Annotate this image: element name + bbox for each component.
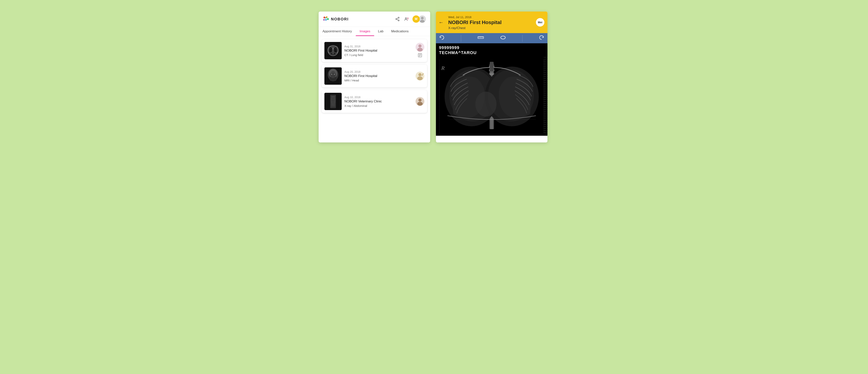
avatar-group: M: [412, 15, 426, 23]
card-info-3: Aug 10, 2018 NOBORI Veterinary Clinic X-…: [344, 96, 413, 107]
svg-point-20: [334, 46, 338, 53]
svg-point-5: [326, 17, 327, 19]
image-list: Aug 31, 2018 NOBORI First Hospital CT / …: [319, 36, 430, 116]
card-hospital-1: NOBORI First Hospital: [344, 49, 413, 53]
card-info-2: Aug 20, 2018 NOBORI First Hospital MRI /…: [344, 70, 413, 82]
svg-point-21: [332, 46, 334, 55]
svg-point-4: [323, 19, 325, 21]
back-button[interactable]: ←: [439, 20, 444, 25]
rotate-right-button[interactable]: [538, 35, 545, 42]
svg-point-8: [398, 20, 399, 21]
avatar-m[interactable]: M: [412, 16, 420, 23]
tab-lab[interactable]: Lab: [374, 27, 387, 36]
note-icon-1[interactable]: [418, 53, 422, 59]
rotate-left-button[interactable]: [439, 35, 445, 42]
xray-date: Wed, Jul 11, 2018: [448, 16, 532, 19]
svg-point-3: [325, 19, 327, 21]
header-avatar[interactable]: Mei: [536, 18, 545, 27]
logo-area: NOBORI: [322, 16, 349, 23]
tab-images[interactable]: Images: [356, 27, 374, 36]
xray-image-area[interactable]: R: [436, 57, 548, 136]
xray-toolbar: [436, 33, 548, 43]
ruler-side: [544, 57, 548, 136]
xray-type: X-ray/Chest: [448, 26, 532, 30]
right-panel: ← Wed, Jul 11, 2018 NOBORI First Hospita…: [436, 11, 548, 142]
svg-point-35: [334, 74, 335, 75]
svg-point-38: [417, 77, 423, 80]
svg-point-7: [396, 19, 397, 20]
card-hospital-2: NOBORI First Hospital: [344, 74, 413, 78]
left-panel: NOBORI: [319, 11, 430, 142]
svg-line-9: [397, 20, 398, 20]
patient-name: TECHMA^TAROU: [439, 50, 545, 55]
ruler-button[interactable]: [477, 35, 484, 42]
people-button[interactable]: [403, 16, 410, 23]
card-type-3: X-ray / Abdominal: [344, 104, 413, 107]
image-thumb-1: [324, 42, 342, 59]
doctor-avatar-1: [415, 43, 424, 52]
svg-point-19: [328, 46, 333, 53]
xray-header: ← Wed, Jul 11, 2018 NOBORI First Hospita…: [436, 11, 548, 33]
image-card-3[interactable]: Aug 10, 2018 NOBORI Veterinary Clinic X-…: [322, 90, 427, 113]
toolbar-sep-2: [522, 35, 523, 42]
svg-point-78: [475, 92, 496, 117]
card-type-2: MRI / Head: [344, 79, 413, 82]
tab-medications[interactable]: Medications: [387, 27, 412, 36]
doctor-avatar-2: [415, 71, 424, 81]
share-button[interactable]: [394, 16, 401, 23]
image-card-1[interactable]: Aug 31, 2018 NOBORI First Hospital CT / …: [322, 39, 427, 62]
svg-point-6: [398, 17, 399, 18]
card-info-1: Aug 31, 2018 NOBORI First Hospital CT / …: [344, 45, 413, 57]
top-bar: NOBORI: [319, 11, 430, 27]
card-right-2: [415, 71, 424, 81]
svg-point-58: [501, 36, 505, 39]
svg-point-25: [417, 48, 423, 52]
screens-container: NOBORI: [319, 11, 549, 142]
top-bar-actions: M: [394, 15, 426, 23]
image-thumb-3: [324, 93, 342, 110]
ellipse-button[interactable]: [500, 35, 506, 42]
doctor-avatar-3: [415, 97, 424, 106]
nobori-logo-icon: [322, 16, 330, 23]
svg-point-22: [332, 48, 334, 50]
svg-text:R: R: [441, 65, 444, 71]
svg-point-50: [418, 98, 422, 102]
card-date-2: Aug 20, 2018: [344, 70, 413, 73]
chest-xray-image: R: [436, 60, 548, 133]
card-right-1: [415, 43, 424, 59]
svg-rect-79: [490, 62, 494, 71]
svg-point-24: [418, 45, 422, 48]
tab-appointment-history[interactable]: Appointment History: [319, 27, 356, 36]
xray-viewer: 99999999 TECHMA^TAROU: [436, 43, 548, 136]
svg-point-0: [323, 17, 326, 19]
card-type-1: CT / Lung field: [344, 53, 413, 57]
svg-point-12: [407, 18, 408, 19]
svg-point-14: [421, 17, 424, 20]
image-thumb-2: [324, 67, 342, 85]
svg-point-34: [331, 74, 332, 75]
image-card-2[interactable]: Aug 20, 2018 NOBORI First Hospital MRI /…: [322, 65, 427, 87]
xray-header-content: Wed, Jul 11, 2018 NOBORI First Hospital …: [440, 16, 544, 30]
xray-hospital: NOBORI First Hospital: [448, 20, 532, 25]
card-right-3: [415, 97, 424, 106]
logo-text: NOBORI: [331, 17, 349, 21]
xray-patient-info: 99999999 TECHMA^TAROU: [436, 43, 548, 57]
card-date-3: Aug 10, 2018: [344, 96, 413, 99]
patient-id: 99999999: [439, 45, 545, 50]
svg-point-37: [418, 73, 422, 76]
card-date-1: Aug 31, 2018: [344, 45, 413, 48]
card-hospital-3: NOBORI Veterinary Clinic: [344, 99, 413, 104]
svg-point-11: [405, 18, 407, 19]
svg-point-2: [327, 18, 329, 20]
svg-point-51: [417, 102, 423, 106]
tabs: Appointment History Images Lab Medicatio…: [319, 27, 430, 36]
svg-line-10: [397, 18, 398, 19]
svg-rect-16: [324, 42, 342, 59]
